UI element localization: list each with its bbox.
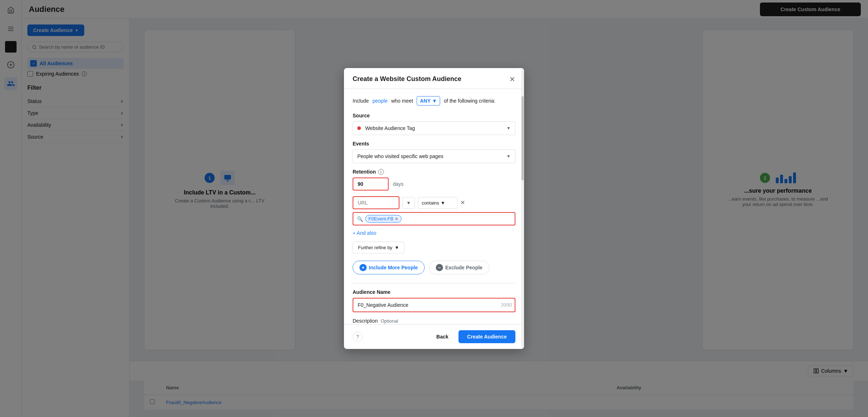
audience-name-input[interactable] — [353, 298, 515, 312]
url-type-select[interactable]: ▼ — [402, 197, 415, 209]
contains-label: contains — [422, 200, 439, 206]
url-filter-row: ▼ contains ▼ ✕ — [353, 196, 515, 209]
events-select[interactable]: People who visited specific web pages ▼ — [353, 149, 515, 163]
tag-chip-remove-button[interactable]: ✕ — [395, 216, 398, 221]
any-select[interactable]: ANY ▼ — [417, 96, 440, 106]
retention-info-icon[interactable]: i — [378, 169, 384, 175]
tag-search-icon: 🔍 — [357, 216, 363, 222]
audience-name-char-count: 20/50 — [501, 302, 512, 308]
action-row: + Include More People – Exclude People — [353, 261, 515, 274]
modal-header: Create a Website Custom Audience ✕ — [344, 68, 524, 89]
retention-input[interactable] — [353, 178, 389, 190]
section-divider — [353, 283, 515, 283]
exclude-people-label: Exclude People — [445, 265, 482, 270]
source-section: Source Website Audience Tag ▼ — [353, 113, 515, 135]
audience-name-wrap: 20/50 — [353, 298, 515, 312]
modal-close-button[interactable]: ✕ — [509, 76, 515, 83]
retention-section: Retention i days — [353, 169, 515, 190]
scroll-track — [521, 68, 524, 349]
events-value: People who visited specific web pages — [357, 153, 443, 159]
modal-title: Create a Website Custom Audience — [353, 75, 461, 83]
tag-chip-value: F0Event-FB — [368, 216, 393, 221]
source-select[interactable]: Website Audience Tag ▼ — [353, 121, 515, 135]
criteria-people-link[interactable]: people — [372, 98, 388, 104]
criteria-include-text: Include — [353, 98, 369, 104]
url-type-caret-icon: ▼ — [406, 200, 411, 206]
modal-body: Include people who meet ANY ▼ of the fol… — [344, 89, 524, 324]
any-caret-icon: ▼ — [432, 98, 437, 104]
exclude-people-button[interactable]: – Exclude People — [429, 261, 489, 274]
back-button[interactable]: Back — [431, 331, 454, 342]
description-label: Description Optional — [353, 318, 515, 324]
modal-footer: ? Back Create Audience — [344, 324, 524, 349]
include-more-people-button[interactable]: + Include More People — [353, 261, 425, 274]
contains-select[interactable]: contains ▼ — [418, 197, 457, 209]
further-refine-button[interactable]: Further refine by ▼ — [353, 242, 404, 254]
any-label: ANY — [420, 98, 431, 104]
tag-input-row: 🔍 F0Event-FB ✕ — [353, 212, 515, 225]
events-caret-icon: ▼ — [506, 154, 511, 159]
description-section: Description Optional 0/100 — [353, 318, 515, 324]
further-refine-caret-icon: ▼ — [394, 245, 399, 250]
create-audience-modal-button[interactable]: Create Audience — [458, 330, 515, 343]
further-refine-label: Further refine by — [358, 245, 392, 250]
include-more-label: Include More People — [369, 265, 418, 270]
source-dot-icon — [357, 126, 361, 130]
source-value: Website Audience Tag — [365, 125, 415, 131]
help-icon[interactable]: ? — [353, 332, 363, 342]
url-remove-button[interactable]: ✕ — [460, 200, 465, 206]
events-section: Events People who visited specific web p… — [353, 141, 515, 163]
tag-input-field[interactable]: 🔍 F0Event-FB ✕ — [353, 212, 515, 225]
audience-name-label: Audience Name — [353, 289, 515, 295]
retention-label: Retention i — [353, 169, 515, 175]
tag-chip: F0Event-FB ✕ — [365, 215, 402, 223]
audience-name-section: Audience Name 20/50 — [353, 289, 515, 312]
retention-row: days — [353, 178, 515, 190]
criteria-meet-text: who meet — [391, 98, 413, 104]
url-input[interactable] — [353, 196, 399, 209]
source-label: Source — [353, 113, 515, 118]
modal: Create a Website Custom Audience ✕ Inclu… — [344, 68, 524, 349]
further-refine-container: Further refine by ▼ — [353, 242, 515, 254]
include-plus-icon: + — [359, 264, 367, 271]
source-caret-icon: ▼ — [506, 126, 511, 131]
scroll-thumb — [522, 96, 524, 180]
footer-buttons: Back Create Audience — [431, 330, 515, 343]
optional-text: Optional — [381, 318, 398, 324]
events-label: Events — [353, 141, 515, 147]
days-label: days — [393, 181, 404, 187]
contains-caret-icon: ▼ — [440, 200, 445, 206]
modal-overlay: Create a Website Custom Audience ✕ Inclu… — [0, 0, 868, 417]
exclude-minus-icon: – — [436, 264, 443, 271]
criteria-following-text: of the following criteria: — [444, 98, 495, 104]
and-also-link[interactable]: + And also — [353, 230, 376, 236]
criteria-row: Include people who meet ANY ▼ of the fol… — [353, 96, 515, 106]
